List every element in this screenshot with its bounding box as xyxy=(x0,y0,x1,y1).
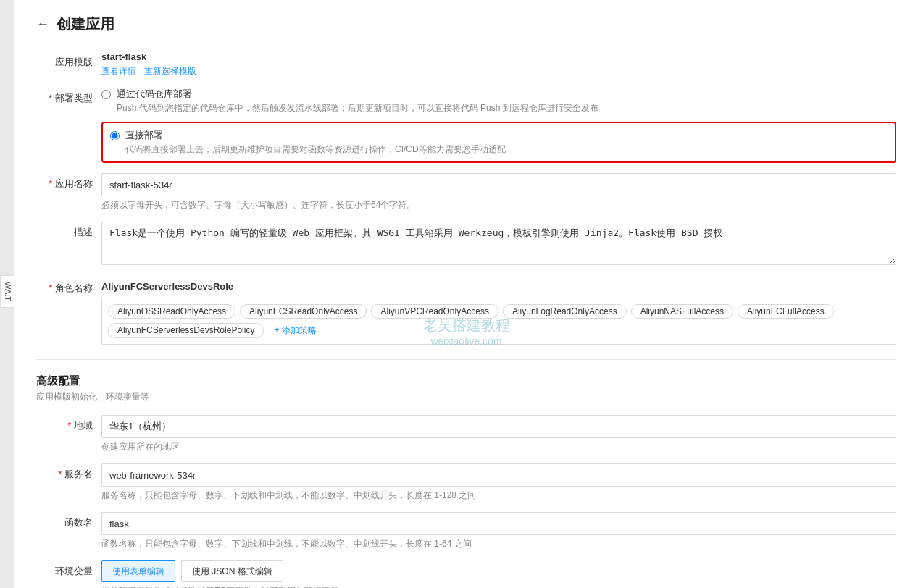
desc-content: Flask是一个使用 Python 编写的轻量级 Web 应用框架。其 WSGI… xyxy=(101,222,896,267)
desc-row: 描述 Flask是一个使用 Python 编写的轻量级 Web 应用框架。其 W… xyxy=(36,222,896,267)
env-label: 环境变量 xyxy=(36,560,101,578)
app-name-input[interactable] xyxy=(101,173,896,196)
app-name-hint: 必须以字母开头，可含数字、字母（大小写敏感）、连字符，长度小于64个字符。 xyxy=(101,199,896,211)
deploy-type-row: * 部署类型 通过代码仓库部署 Push 代码到您指定的代码仓库中，然后触发发流… xyxy=(36,88,896,163)
role-name-value: AliyunFCServerlessDevsRole xyxy=(101,277,896,292)
page-title: 创建应用 xyxy=(57,14,114,34)
tag-log: AliyunLogReadOnlyAccess xyxy=(503,304,627,319)
section-divider xyxy=(36,359,896,360)
func-row: 函数名 函数名称，只能包含字母、数字、下划线和中划线，不能以数字、中划线开头，长… xyxy=(36,512,896,550)
tag-vpc: AliyunVPCReadOnlyAccess xyxy=(371,304,498,319)
tags-container: AliyunOSSReadOnlyAccess AliyunECSReadOnl… xyxy=(101,298,896,345)
template-content: start-flask 查看详情 重新选择模版 xyxy=(101,51,896,77)
add-policy-btn[interactable]: + 添加策略 xyxy=(268,323,322,338)
template-name: start-flask xyxy=(101,51,896,62)
tag-ecs: AliyunECSReadOnlyAccess xyxy=(240,304,367,319)
desc-label: 描述 xyxy=(36,222,101,239)
env-form-btn[interactable]: 使用表单编辑 xyxy=(101,560,175,582)
deploy-repo-text: 通过代码仓库部署 Push 代码到您指定的代码仓库中，然后触发发流水线部署；后期… xyxy=(117,88,598,114)
region-label: 地域 xyxy=(36,415,101,432)
deploy-repo-desc: Push 代码到您指定的代码仓库中，然后触发发流水线部署；后期更新项目时，可以直… xyxy=(117,102,598,114)
role-label: 角色名称 xyxy=(36,277,101,295)
template-links: 查看详情 重新选择模版 xyxy=(101,65,896,77)
template-label: 应用模版 xyxy=(36,51,101,69)
role-row: 角色名称 AliyunFCServerlessDevsRole AliyunOS… xyxy=(36,277,896,345)
func-label: 函数名 xyxy=(36,512,101,529)
env-btn-group: 使用表单编辑 使用 JSON 格式编辑 xyxy=(101,560,896,582)
sidebar-tab[interactable]: WAtT xyxy=(0,275,15,308)
desc-input[interactable]: Flask是一个使用 Python 编写的轻量级 Web 应用框架。其 WSGI… xyxy=(101,222,896,265)
deploy-direct-desc: 代码将直接部署上去；后期更新维护项目需要对函数等资源进行操作，CI/CD等能力需… xyxy=(125,143,506,156)
app-name-label: 应用名称 xyxy=(36,173,101,190)
env-hint: 当前环境变量为通过函数计算FC应用发布时可引用的环境变量 xyxy=(101,585,896,588)
service-content: 服务名称，只能包含字母、数字、下划线和中划线，不能以数字、中划线开头，长度在 1… xyxy=(101,463,896,502)
func-input[interactable] xyxy=(101,512,896,535)
view-detail-link[interactable]: 查看详情 xyxy=(101,66,136,76)
env-json-btn[interactable]: 使用 JSON 格式编辑 xyxy=(181,560,283,582)
page-header: ← 创建应用 xyxy=(36,14,896,34)
deploy-radio-direct[interactable] xyxy=(110,131,120,140)
region-row: 地域 创建应用所在的地区 xyxy=(36,415,896,453)
tag-policy: AliyunFCServerlessDevsRolePolicy xyxy=(108,323,264,338)
advanced-section: 高级配置 应用模版初始化、环境变量等 xyxy=(36,374,896,403)
template-row: 应用模版 start-flask 查看详情 重新选择模版 xyxy=(36,51,896,77)
tag-oss: AliyunOSSReadOnlyAccess xyxy=(108,304,235,319)
back-button[interactable]: ← xyxy=(36,17,49,32)
deploy-option-direct-box: 直接部署 代码将直接部署上去；后期更新维护项目需要对函数等资源进行操作，CI/C… xyxy=(101,122,896,163)
advanced-title: 高级配置 xyxy=(36,374,896,388)
deploy-repo-label: 通过代码仓库部署 xyxy=(117,88,598,101)
deploy-direct-text: 直接部署 代码将直接部署上去；后期更新维护项目需要对函数等资源进行操作，CI/C… xyxy=(125,129,506,156)
region-hint: 创建应用所在的地区 xyxy=(101,441,896,453)
reselect-template-link[interactable]: 重新选择模版 xyxy=(144,66,196,76)
func-content: 函数名称，只能包含字母、数字、下划线和中划线，不能以数字、中划线开头，长度在 1… xyxy=(101,512,896,550)
role-content: AliyunFCServerlessDevsRole AliyunOSSRead… xyxy=(101,277,896,345)
tag-nas: AliyunNASFullAccess xyxy=(631,304,733,319)
deploy-option-repo: 通过代码仓库部署 Push 代码到您指定的代码仓库中，然后触发发流水线部署；后期… xyxy=(101,88,896,114)
region-input[interactable] xyxy=(101,415,896,438)
deploy-type-label: * 部署类型 xyxy=(36,88,101,105)
deploy-option-direct: 直接部署 代码将直接部署上去；后期更新维护项目需要对函数等资源进行操作，CI/C… xyxy=(110,129,888,156)
env-row: 环境变量 使用表单编辑 使用 JSON 格式编辑 当前环境变量为通过函数计算FC… xyxy=(36,560,896,588)
advanced-subtitle: 应用模版初始化、环境变量等 xyxy=(36,391,896,403)
deploy-options: 通过代码仓库部署 Push 代码到您指定的代码仓库中，然后触发发流水线部署；后期… xyxy=(101,88,896,163)
app-name-content: 必须以字母开头，可含数字、字母（大小写敏感）、连字符，长度小于64个字符。 xyxy=(101,173,896,211)
env-content: 使用表单编辑 使用 JSON 格式编辑 当前环境变量为通过函数计算FC应用发布时… xyxy=(101,560,896,588)
service-label: 服务名 xyxy=(36,463,101,481)
app-name-row: 应用名称 必须以字母开头，可含数字、字母（大小写敏感）、连字符，长度小于64个字… xyxy=(36,173,896,211)
service-hint: 服务名称，只能包含字母、数字、下划线和中划线，不能以数字、中划线开头，长度在 1… xyxy=(101,490,896,502)
func-hint: 函数名称，只能包含字母、数字、下划线和中划线，不能以数字、中划线开头，长度在 1… xyxy=(101,538,896,550)
tag-fc: AliyunFCFullAccess xyxy=(738,304,834,319)
deploy-direct-label: 直接部署 xyxy=(125,129,506,142)
deploy-radio-repo[interactable] xyxy=(101,90,111,99)
region-content: 创建应用所在的地区 xyxy=(101,415,896,453)
service-input[interactable] xyxy=(101,463,896,487)
service-row: 服务名 服务名称，只能包含字母、数字、下划线和中划线，不能以数字、中划线开头，长… xyxy=(36,463,896,502)
deploy-type-content: 通过代码仓库部署 Push 代码到您指定的代码仓库中，然后触发发流水线部署；后期… xyxy=(101,88,896,163)
